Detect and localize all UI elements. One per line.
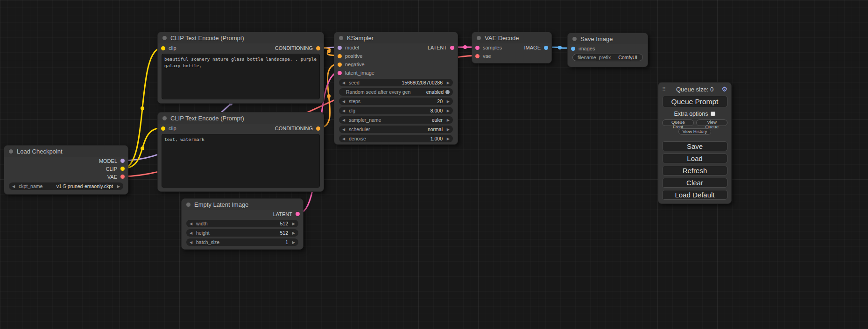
collapse-dot[interactable] xyxy=(339,36,343,40)
collapse-dot[interactable] xyxy=(572,37,577,41)
cfg-widget[interactable]: ◀ cfg 8.000 ▶ xyxy=(339,107,453,114)
settings-gear-icon[interactable]: ⚙ xyxy=(720,85,727,93)
node-ksampler[interactable]: KSampler model LATENT positive negative xyxy=(334,32,458,145)
widget-name: height xyxy=(195,230,280,236)
collapse-dot[interactable] xyxy=(162,36,167,40)
node-title-bar[interactable]: Empty Latent Image xyxy=(182,199,303,210)
widget-name: filename_prefix xyxy=(576,55,618,60)
prompt-textarea[interactable]: beautiful scenery nature glass bottle la… xyxy=(162,54,320,99)
input-port-positive[interactable] xyxy=(338,54,342,58)
input-port-samples[interactable] xyxy=(475,46,480,50)
node-load-checkpoint[interactable]: Load Checkpoint MODEL CLIP VAE ◀ ckpt_na… xyxy=(4,145,128,195)
batch-size-widget[interactable]: ◀ batch_size 1 ▶ xyxy=(186,238,298,246)
steps-widget[interactable]: ◀ steps 20 ▶ xyxy=(339,98,453,105)
node-vae-decode[interactable]: VAE Decode samples IMAGE vae xyxy=(472,32,552,63)
input-port-clip[interactable] xyxy=(161,46,165,50)
scheduler-widget[interactable]: ◀ scheduler normal ▶ xyxy=(339,126,453,133)
decrement-arrow-icon[interactable]: ◀ xyxy=(342,127,347,132)
seed-widget[interactable]: ◀ seed 156680208700286 ▶ xyxy=(339,79,453,86)
widget-name: denoise xyxy=(347,136,430,141)
output-label-image: IMAGE xyxy=(524,45,541,50)
input-label-model: model xyxy=(345,45,359,50)
node-title-bar[interactable]: Save Image xyxy=(568,33,648,44)
prompt-textarea[interactable]: text, watermark xyxy=(162,134,320,188)
node-clip-text-encode-negative[interactable]: CLIP Text Encode (Prompt) clip CONDITION… xyxy=(157,112,324,192)
decrement-arrow-icon[interactable]: ◀ xyxy=(190,231,195,235)
input-port-model[interactable] xyxy=(338,46,342,50)
increment-arrow-icon[interactable]: ▶ xyxy=(445,127,450,132)
increment-arrow-icon[interactable]: ▶ xyxy=(445,109,450,113)
output-label-conditioning: CONDITIONING xyxy=(275,45,313,51)
queue-front-button[interactable]: Queue Front xyxy=(662,119,694,126)
node-title: Empty Latent Image xyxy=(194,201,248,208)
collapse-dot[interactable] xyxy=(186,203,191,207)
view-history-button[interactable]: View History xyxy=(678,128,712,135)
input-label-negative: negative xyxy=(345,62,365,67)
save-button[interactable]: Save xyxy=(662,141,727,151)
decrement-arrow-icon[interactable]: ◀ xyxy=(342,99,347,104)
decrement-arrow-icon[interactable]: ◀ xyxy=(190,240,195,245)
height-widget[interactable]: ◀ height 512 ▶ xyxy=(186,229,298,237)
input-label-latent-image: latent_image xyxy=(345,70,374,76)
node-title-bar[interactable]: Load Checkpoint xyxy=(4,146,128,157)
output-port-model[interactable] xyxy=(120,159,125,163)
node-clip-text-encode-positive[interactable]: CLIP Text Encode (Prompt) clip CONDITION… xyxy=(157,32,324,104)
increment-arrow-icon[interactable]: ▶ xyxy=(445,137,450,141)
collapse-dot[interactable] xyxy=(9,149,13,154)
widget-value: 156680208700286 xyxy=(402,80,445,85)
input-port-vae[interactable] xyxy=(475,54,480,58)
increment-arrow-icon[interactable]: ▶ xyxy=(445,99,450,104)
increment-arrow-icon[interactable]: ▶ xyxy=(445,118,450,122)
collapse-dot[interactable] xyxy=(477,36,481,40)
decrement-arrow-icon[interactable]: ◀ xyxy=(342,118,347,122)
output-port-latent[interactable] xyxy=(296,212,300,216)
load-button[interactable]: Load xyxy=(662,154,727,163)
increment-arrow-icon[interactable]: ▶ xyxy=(445,81,450,85)
output-port-image[interactable] xyxy=(544,46,548,50)
node-title-bar[interactable]: VAE Decode xyxy=(472,32,551,43)
input-port-latent-image[interactable] xyxy=(338,71,342,75)
increment-arrow-icon[interactable]: ▶ xyxy=(115,184,120,189)
increment-arrow-icon[interactable]: ▶ xyxy=(290,240,295,245)
refresh-button[interactable]: Refresh xyxy=(662,166,727,175)
input-port-images[interactable] xyxy=(571,47,575,51)
increment-arrow-icon[interactable]: ▶ xyxy=(290,231,295,235)
toggle-state-dot[interactable] xyxy=(445,90,450,94)
increment-arrow-icon[interactable]: ▶ xyxy=(290,222,295,226)
output-port-conditioning[interactable] xyxy=(316,46,320,50)
output-port-conditioning[interactable] xyxy=(316,126,320,131)
sampler-name-widget[interactable]: ◀ sampler_name euler ▶ xyxy=(339,116,453,124)
width-widget[interactable]: ◀ width 512 ▶ xyxy=(186,220,298,227)
decrement-arrow-icon[interactable]: ◀ xyxy=(342,81,347,85)
input-port-clip[interactable] xyxy=(161,126,165,131)
node-title-bar[interactable]: KSampler xyxy=(334,32,458,43)
decrement-arrow-icon[interactable]: ◀ xyxy=(190,222,195,226)
input-port-negative[interactable] xyxy=(338,63,342,67)
widget-value: 1.000 xyxy=(430,136,445,141)
node-title-bar[interactable]: CLIP Text Encode (Prompt) xyxy=(158,112,324,124)
node-title-bar[interactable]: CLIP Text Encode (Prompt) xyxy=(158,32,324,43)
clear-button[interactable]: Clear xyxy=(662,178,727,188)
load-default-button[interactable]: Load Default xyxy=(662,190,727,200)
drag-handle-icon[interactable]: ⠿ xyxy=(662,86,670,92)
output-port-vae[interactable] xyxy=(120,175,125,179)
extra-options-checkbox[interactable] xyxy=(711,112,715,116)
decrement-arrow-icon[interactable]: ◀ xyxy=(342,137,347,141)
ckpt-name-widget[interactable]: ◀ ckpt_name v1-5-pruned-emaonly.ckpt ▶ xyxy=(9,182,123,190)
view-queue-button[interactable]: View Queue xyxy=(696,119,727,126)
node-save-image[interactable]: Save Image images filename_prefix ComfyU… xyxy=(567,33,648,67)
widget-name: seed xyxy=(347,80,402,85)
decrement-arrow-icon[interactable]: ◀ xyxy=(12,184,17,189)
output-port-clip[interactable] xyxy=(120,167,125,171)
widget-value: v1-5-pruned-emaonly.ckpt xyxy=(56,183,115,189)
filename-prefix-widget[interactable]: filename_prefix ComfyUI xyxy=(572,54,643,61)
decrement-arrow-icon[interactable]: ◀ xyxy=(342,109,347,113)
output-port-latent[interactable] xyxy=(450,46,454,50)
denoise-widget[interactable]: ◀ denoise 1.000 ▶ xyxy=(339,135,453,142)
queue-prompt-button[interactable]: Queue Prompt xyxy=(662,96,727,107)
node-empty-latent-image[interactable]: Empty Latent Image LATENT ◀ width 512 ▶ … xyxy=(181,198,303,250)
collapse-dot[interactable] xyxy=(162,116,167,120)
input-label-clip: clip xyxy=(169,126,176,131)
random-seed-toggle-widget[interactable]: Random seed after every gen enabled xyxy=(339,88,453,96)
graph-canvas[interactable]: Load Checkpoint MODEL CLIP VAE ◀ ckpt_na… xyxy=(0,0,868,329)
